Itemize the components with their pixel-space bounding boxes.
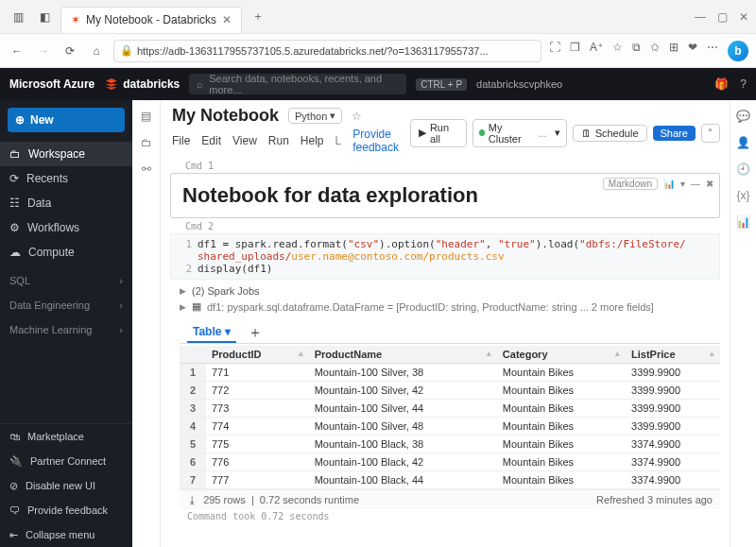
home-icon[interactable]: ⌂ <box>87 42 106 60</box>
menu-run[interactable]: Run <box>268 134 289 147</box>
back-icon[interactable]: ← <box>8 42 26 60</box>
star-icon[interactable]: ☆ <box>612 41 623 61</box>
row-number-header <box>180 346 206 364</box>
sidebar-partner[interactable]: 🔌Partner Connect <box>0 449 132 473</box>
workspace-name[interactable]: databrickscvphkeo <box>476 78 562 90</box>
maximize-icon[interactable]: ▢ <box>717 10 728 24</box>
spark-jobs-toggle[interactable]: ▶(2) Spark Jobs <box>180 283 720 299</box>
collections-icon[interactable]: ⊞ <box>669 41 679 61</box>
variables-icon[interactable]: {x} <box>736 189 749 202</box>
schedule-button[interactable]: 🗓Schedule <box>573 125 647 142</box>
close-window-icon[interactable]: ✕ <box>739 10 748 24</box>
menu-edit[interactable]: Edit <box>201 134 221 147</box>
rail-folder-icon[interactable]: 🗀 <box>141 136 152 149</box>
history-icon[interactable]: 🕘 <box>736 162 750 176</box>
refresh-icon[interactable]: ⟳ <box>60 42 79 60</box>
table-row[interactable]: 1771Mountain-100 Silver, 38Mountain Bike… <box>180 364 720 382</box>
notebook-title[interactable]: My Notebook <box>172 106 279 126</box>
favorite-toggle[interactable]: ☆ <box>352 110 362 123</box>
code-cell[interactable]: 1df1 = spark.read.format("csv").option("… <box>170 233 720 280</box>
run-all-button[interactable]: ▶Run all <box>410 119 467 147</box>
sidebar-item-recents[interactable]: ⟳Recents <box>0 166 132 191</box>
more-icon[interactable]: ⋯ <box>707 41 718 61</box>
browser-tab[interactable]: ✶ My Notebook - Databricks ✕ <box>60 7 242 33</box>
workspaces-icon[interactable]: ▥ <box>8 7 28 27</box>
close-cell-icon[interactable]: ✖ <box>706 179 713 189</box>
col-productname[interactable]: ProductName▴ <box>309 346 497 364</box>
menu-help[interactable]: Help <box>301 134 324 147</box>
col-productid[interactable]: ProductID▴ <box>206 346 309 364</box>
language-selector[interactable]: Python▾ <box>288 108 342 124</box>
chat-icon: 🗨 <box>9 504 20 516</box>
table-icon: ▦ <box>192 300 201 313</box>
tab-title: My Notebook - Databricks <box>86 13 216 26</box>
sort-icon: ▴ <box>615 349 620 358</box>
databricks-logo[interactable]: databricks <box>104 77 180 92</box>
sort-icon: ▴ <box>710 349 714 358</box>
global-search[interactable]: ⌕ Search data, notebooks, recents, and m… <box>189 74 406 94</box>
shopping-icon[interactable]: ⛶ <box>549 41 560 61</box>
azure-label: Microsoft Azure <box>9 77 94 91</box>
read-aloud-icon[interactable]: A⁺ <box>590 41 603 61</box>
section-de[interactable]: Data Engineering› <box>0 293 132 317</box>
sidebar-icon[interactable]: ◧ <box>34 7 55 27</box>
chevron-down-icon[interactable]: ▾ <box>680 179 685 189</box>
gift-icon[interactable]: 🎁 <box>714 77 729 91</box>
address-field[interactable]: 🔒 https://adb-1363117955737105.5.azureda… <box>113 40 541 62</box>
minimize-cell-icon[interactable]: — <box>691 179 700 189</box>
ban-icon: ⊘ <box>9 480 18 492</box>
new-button[interactable]: ⊕ New <box>8 108 125 132</box>
table-row[interactable]: 7777Mountain-100 Black, 44Mountain Bikes… <box>180 471 720 489</box>
sidebar-item-compute[interactable]: ☁Compute <box>0 240 132 265</box>
rail-share-icon[interactable]: ⚯ <box>142 162 151 176</box>
download-icon[interactable]: ⭳ <box>187 494 198 505</box>
col-category[interactable]: Category▴ <box>497 346 626 364</box>
markdown-cell[interactable]: Markdown 📊 ▾ — ✖ Notebook for data explo… <box>170 173 720 218</box>
bing-chat-icon[interactable]: b <box>728 41 748 61</box>
share-button[interactable]: Share <box>653 126 696 141</box>
section-sql[interactable]: SQL› <box>0 268 132 293</box>
chart-icon[interactable]: 📊 <box>663 179 675 189</box>
add-viz-button[interactable]: ＋ <box>248 323 263 343</box>
sidebar-marketplace[interactable]: 🛍Marketplace <box>0 424 132 449</box>
schema-toggle[interactable]: ▶▦df1: pyspark.sql.dataframe.DataFrame =… <box>180 299 720 315</box>
close-tab-icon[interactable]: ✕ <box>222 13 232 26</box>
folder-icon: 🗀 <box>9 147 21 161</box>
sidebar-item-data[interactable]: ☷Data <box>0 191 132 215</box>
compare-icon[interactable]: ❐ <box>570 41 580 61</box>
user-icon[interactable]: 👤 <box>736 136 750 149</box>
command-took: Command took 0.72 seconds <box>180 509 720 523</box>
table-tab[interactable]: Table▾ <box>187 322 236 343</box>
split-icon[interactable]: ⧉ <box>632 41 641 61</box>
minimize-icon[interactable]: — <box>695 10 706 24</box>
sidebar-feedback[interactable]: 🗨Provide feedback <box>0 498 132 522</box>
sidebar-item-workspace[interactable]: 🗀Workspace <box>0 142 132 166</box>
table-row[interactable]: 4774Mountain-100 Silver, 48Mountain Bike… <box>180 418 720 436</box>
table-row[interactable]: 2772Mountain-100 Silver, 42Mountain Bike… <box>180 382 720 400</box>
sidebar-collapse[interactable]: ⇤Collapse menu <box>0 522 132 547</box>
calendar-icon: 🗓 <box>581 128 592 139</box>
expand-button[interactable]: ˄ <box>701 124 720 143</box>
search-placeholder: Search data, notebooks, recents, and mor… <box>209 73 399 95</box>
provide-feedback-link[interactable]: Provide feedback <box>352 128 399 154</box>
sidebar-disable-ui[interactable]: ⊘Disable new UI <box>0 473 132 498</box>
right-rail: 💬 👤 🕘 {x} 📊 <box>730 100 756 547</box>
table-row[interactable]: 6776Mountain-100 Black, 42Mountain Bikes… <box>180 453 720 471</box>
new-tab-icon[interactable]: ＋ <box>248 7 268 27</box>
table-row[interactable]: 5775Mountain-100 Black, 38Mountain Bikes… <box>180 436 720 453</box>
menu-file[interactable]: File <box>172 134 190 147</box>
extensions-icon[interactable]: ❤ <box>688 41 697 61</box>
table-row[interactable]: 3773Mountain-100 Silver, 44Mountain Bike… <box>180 400 720 418</box>
col-listprice[interactable]: ListPrice▴ <box>626 346 720 364</box>
menu-view[interactable]: View <box>232 134 257 147</box>
cell-type-selector[interactable]: Markdown <box>603 178 658 190</box>
favorites-icon[interactable]: ✩ <box>650 41 660 61</box>
cluster-selector[interactable]: My Cluster...▾ <box>472 119 567 147</box>
help-icon[interactable]: ? <box>740 77 747 91</box>
chart-rail-icon[interactable]: 📊 <box>736 215 750 229</box>
sidebar-item-workflows[interactable]: ⚙Workflows <box>0 215 132 240</box>
comments-icon[interactable]: 💬 <box>736 110 750 123</box>
section-ml[interactable]: Machine Learning› <box>0 317 132 342</box>
sort-icon: ▴ <box>487 349 491 358</box>
rail-notebook-icon[interactable]: ▤ <box>141 110 151 123</box>
